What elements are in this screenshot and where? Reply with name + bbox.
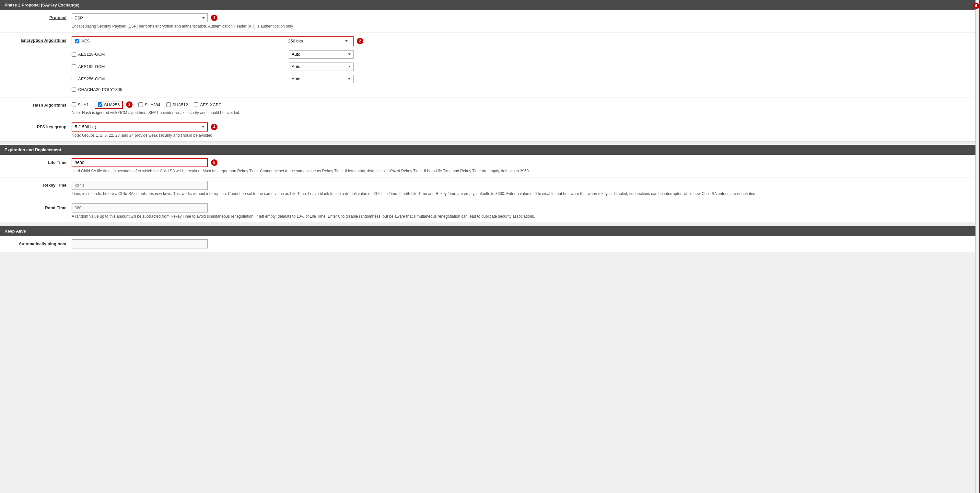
sha256-item[interactable]: SHA256 (95, 101, 123, 109)
sha384-checkbox[interactable] (138, 102, 143, 107)
rekey-label: Rekey Time (0, 181, 72, 187)
encryption-label: Encryption Algorithms (0, 36, 72, 43)
autopinghost-label: Automatically ping host (0, 239, 72, 246)
sha512-item[interactable]: SHA512 (166, 102, 188, 107)
aes128gcm-bits[interactable]: Auto 128 bits 192 bits 256 bits (289, 50, 353, 59)
aes128gcm-text: AES128-GCM (78, 52, 105, 57)
autopinghost-control (72, 239, 975, 249)
rand-label: Rand Time (0, 203, 72, 210)
hash-control: SHA1 SHA256 3 SH (72, 101, 975, 116)
encryption-control: AES 128 bits 192 bits 256 bits Auto 2 (72, 36, 975, 94)
scrollbar-badge: 6 (973, 3, 979, 9)
aes192gcm-row: AES192-GCM Auto 128 bits 192 bits 256 bi… (72, 60, 353, 73)
rekey-help: Time, in seconds, before a Child SA esta… (72, 191, 972, 197)
aesxcbc-checkbox[interactable] (194, 102, 198, 107)
aes192gcm-text: AES192-GCM (78, 64, 105, 69)
aes192gcm-bits[interactable]: Auto 128 bits 192 bits 256 bits (289, 62, 353, 71)
aes128gcm-label[interactable]: AES128-GCM (72, 52, 289, 57)
aes-row: AES 128 bits 192 bits 256 bits Auto (72, 36, 353, 46)
aes256gcm-bits[interactable]: Auto 128 bits 192 bits 256 bits (289, 75, 353, 83)
aes-label: AES (81, 38, 90, 43)
aes-bits-select[interactable]: 128 bits 192 bits 256 bits Auto (285, 36, 350, 46)
pfs-select[interactable]: off 1 (768 bit) 2 (1024 bit) 5 (1536 bit… (72, 122, 208, 132)
aes-checkbox-label[interactable]: AES (75, 38, 285, 43)
hash-options-row: SHA1 SHA256 3 SH (72, 101, 972, 109)
aes256gcm-text: AES256-GCM (78, 76, 105, 81)
keepalive-form: Automatically ping host (0, 236, 975, 252)
lifetime-row: Life Time 5 Hard Child SA life time, in … (0, 155, 975, 178)
sha512-label: SHA512 (172, 102, 188, 107)
aesxcbc-label: AES-XCBC (200, 102, 221, 107)
phase2-form: Protocol ESP AH 1 Encapsulating Security… (0, 10, 975, 141)
sha384-item[interactable]: SHA384 (138, 102, 160, 107)
sha512-checkbox[interactable] (166, 102, 171, 107)
sha1-item[interactable]: SHA1 (72, 102, 89, 107)
lifetime-badge: 5 (211, 159, 218, 166)
scrollbar[interactable]: 6 (975, 0, 980, 493)
pfs-control: off 1 (768 bit) 2 (1024 bit) 5 (1536 bit… (72, 122, 975, 138)
aes128gcm-checkbox[interactable] (72, 52, 76, 57)
aes-checkbox[interactable] (75, 39, 80, 43)
sha256-checkbox[interactable] (98, 102, 102, 107)
pfs-help: Note: Groups 1, 2, 5, 22, 23, and 24 pro… (72, 133, 972, 138)
sha1-checkbox[interactable] (72, 102, 76, 107)
chacha20-row: CHACHA20-POLY1305 (72, 85, 353, 94)
lifetime-help: Hard Child SA life time, in seconds, aft… (72, 168, 972, 174)
lifetime-label: Life Time (0, 158, 72, 165)
protocol-control: ESP AH 1 Encapsulating Security Payload … (72, 13, 975, 29)
chacha20-checkbox[interactable] (72, 87, 76, 92)
rand-row: Rand Time A random value up to this amou… (0, 200, 975, 222)
aesxcbc-item[interactable]: AES-XCBC (194, 102, 221, 107)
pfs-label: PFS key group (0, 122, 72, 129)
pfs-row: PFS key group off 1 (768 bit) 2 (1024 bi… (0, 119, 975, 141)
lifetime-input[interactable] (72, 158, 208, 167)
aes192gcm-checkbox[interactable] (72, 65, 76, 69)
rekey-control: Time, in seconds, before a Child SA esta… (72, 181, 975, 197)
hash-help: Note: Hash is ignored with GCM algorithm… (72, 110, 972, 116)
keepalive-header: Keep Alive (0, 226, 975, 236)
rekey-input[interactable] (72, 181, 208, 190)
sha384-label: SHA384 (145, 102, 160, 107)
hash-label: Hash Algorithms (0, 101, 72, 108)
sha256-label: SHA256 (104, 102, 119, 107)
rand-control: A random value up to this amount will be… (72, 203, 975, 219)
expiration-form: Life Time 5 Hard Child SA life time, in … (0, 155, 975, 222)
encryption-badge: 2 (357, 38, 363, 44)
hash-badge: 3 (126, 101, 132, 108)
autopinghost-row: Automatically ping host (0, 236, 975, 252)
rand-help: A random value up to this amount will be… (72, 214, 972, 219)
aes256gcm-row: AES256-GCM Auto 128 bits 192 bits 256 bi… (72, 73, 353, 85)
encryption-algorithms-row: Encryption Algorithms AES 128 bits (0, 33, 975, 98)
protocol-label: Protocol (0, 13, 72, 20)
aes256gcm-label[interactable]: AES256-GCM (72, 76, 289, 81)
phase2-header: Phase 2 Proposal (SA/Key Exchange) (0, 0, 975, 10)
expiration-header: Expiration and Replacement (0, 145, 975, 155)
protocol-select[interactable]: ESP AH (72, 13, 208, 22)
sha1-label: SHA1 (78, 102, 89, 107)
pfs-badge: 4 (211, 124, 218, 130)
chacha20-text: CHACHA20-POLY1305 (78, 87, 122, 92)
aes256gcm-checkbox[interactable] (72, 77, 76, 81)
chacha20-label[interactable]: CHACHA20-POLY1305 (72, 87, 353, 92)
protocol-row: Protocol ESP AH 1 Encapsulating Security… (0, 10, 975, 33)
aes192gcm-label[interactable]: AES192-GCM (72, 64, 289, 69)
hash-algorithms-row: Hash Algorithms SHA1 SHA256 (0, 98, 975, 119)
lifetime-control: 5 Hard Child SA life time, in seconds, a… (72, 158, 975, 174)
protocol-badge: 1 (211, 14, 218, 21)
aes128gcm-row: AES128-GCM Auto 128 bits 192 bits 256 bi… (72, 48, 353, 60)
rekey-row: Rekey Time Time, in seconds, before a Ch… (0, 178, 975, 200)
autopinghost-input[interactable] (72, 239, 208, 249)
rand-input[interactable] (72, 203, 208, 212)
protocol-help: Encapsulating Security Payload (ESP) per… (72, 24, 972, 29)
